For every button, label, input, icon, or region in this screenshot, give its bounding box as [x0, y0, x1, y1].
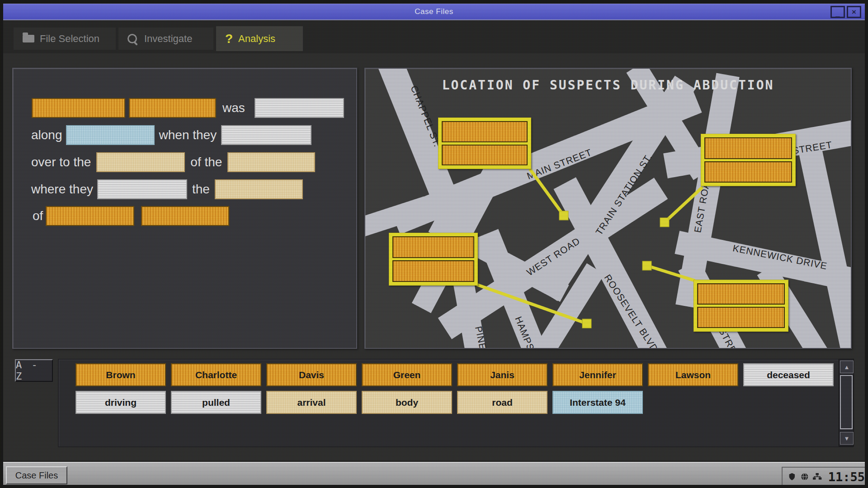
question-icon: ? [225, 32, 233, 46]
tab-file-selection[interactable]: File Selection [14, 28, 116, 50]
word-tile[interactable]: deceased [743, 363, 834, 386]
sentence-text: of the [190, 155, 222, 169]
network-icon [813, 472, 821, 481]
map-marker [582, 319, 591, 328]
sentence-text: the [192, 182, 210, 197]
scrollbar-thumb[interactable] [840, 375, 853, 429]
sentence-text: was [222, 101, 245, 115]
word-tile[interactable]: road [457, 391, 547, 414]
word-tile[interactable]: Davis [266, 363, 357, 386]
minimize-button[interactable]: _ [830, 6, 845, 18]
tab-label: Analysis [238, 33, 275, 45]
sentence-slot[interactable] [97, 179, 187, 199]
word-tile[interactable]: Green [362, 363, 452, 386]
shield-icon [788, 472, 796, 482]
word-tile[interactable]: Brown [75, 363, 166, 386]
scroll-down-button[interactable]: ▼ [840, 432, 854, 445]
map-drop-slot[interactable] [697, 307, 785, 328]
word-tile[interactable]: arrival [266, 391, 357, 414]
scroll-up-button[interactable]: ▲ [840, 361, 854, 373]
clock: 11:55 [828, 470, 865, 484]
map-drop-slot[interactable] [697, 283, 785, 305]
sentence-slot[interactable] [129, 98, 216, 118]
taskbar-app-button[interactable]: Case Files [6, 466, 67, 484]
sentence-slot[interactable] [32, 98, 125, 118]
sentence-slot[interactable] [221, 125, 311, 145]
map-drop-slot[interactable] [392, 236, 474, 258]
map-marker [660, 218, 669, 227]
map-drop-slot[interactable] [704, 161, 792, 183]
magnifier-icon [127, 34, 137, 43]
map-marker [559, 211, 568, 220]
sentence-text: of [33, 209, 43, 223]
sentence-panel: was along when they over to the of the w… [12, 68, 357, 349]
tab-bar: File Selection Investigate ? Analysis [3, 20, 865, 53]
word-tile[interactable]: Interstate 94 [552, 391, 643, 414]
map-slot-c [389, 233, 478, 286]
sentence-slot[interactable] [96, 152, 185, 172]
word-tile[interactable]: driving [75, 391, 166, 414]
sentence-text: where they [31, 182, 93, 197]
taskbar: Case Files [3, 462, 865, 486]
sentence-text: when they [159, 128, 217, 142]
word-tile[interactable]: pulled [171, 391, 261, 414]
tab-analysis[interactable]: ? Analysis [216, 26, 303, 51]
titlebar: Case Files _ × [3, 4, 865, 21]
globe-icon [801, 472, 809, 482]
map-slot-a [438, 117, 531, 169]
word-tile[interactable]: Janis [457, 363, 547, 386]
folder-icon [23, 35, 34, 42]
map-title: LOCATION OF SUSPECTS DURING ABDUCTION [365, 78, 851, 93]
map-drop-slot[interactable] [392, 260, 474, 282]
tab-label: File Selection [40, 33, 99, 45]
word-tile[interactable]: Charlotte [171, 363, 261, 386]
main-area: was along when they over to the of the w… [3, 53, 865, 461]
sentence-slot[interactable] [215, 179, 303, 199]
tab-investigate[interactable]: Investigate [118, 28, 213, 50]
window-frame-edge [0, 485, 868, 488]
sentence-slot[interactable] [66, 125, 155, 145]
map-drop-slot[interactable] [442, 121, 528, 142]
system-tray: 11:55 [782, 467, 865, 486]
word-tile[interactable]: Jennifer [552, 363, 643, 386]
sentence-text: along [31, 128, 62, 142]
map-drop-slot[interactable] [704, 137, 792, 159]
sort-az-button[interactable]: A - Z [15, 359, 53, 382]
sentence-slot[interactable] [46, 206, 134, 226]
map-panel: LOCATION OF SUSPECTS DURING ABDUCTION [364, 68, 852, 349]
word-tile[interactable]: Lawson [648, 363, 738, 386]
word-tile[interactable]: body [362, 391, 452, 414]
sentence-slot[interactable] [255, 98, 344, 118]
map-drop-slot[interactable] [442, 145, 528, 166]
sentence-text: over to the [31, 155, 91, 169]
tab-label: Investigate [144, 33, 192, 45]
close-button[interactable]: × [847, 6, 861, 18]
sentence-slot[interactable] [141, 206, 229, 226]
map-slot-b [701, 134, 796, 186]
sentence-slot[interactable] [227, 152, 315, 172]
map-marker [642, 261, 651, 270]
window-title: Case Files [3, 7, 865, 16]
game-window: Case Files _ × File Selection Investigat… [0, 0, 868, 488]
map-slot-d [693, 280, 788, 332]
